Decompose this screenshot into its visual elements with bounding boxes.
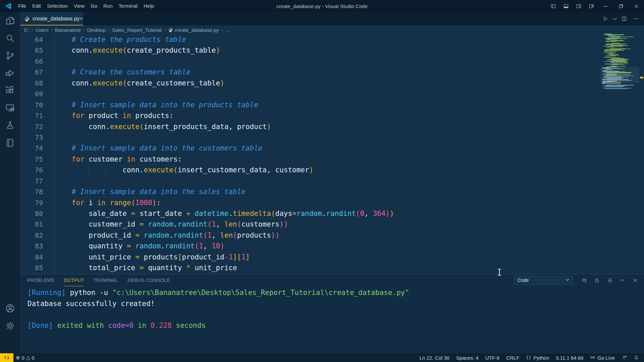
status-notifications[interactable] — [631, 353, 641, 362]
breadcrumb-item-desktop[interactable]: Desktop — [87, 27, 106, 33]
code-line-75[interactable]: 75 for customer in customers: — [20, 154, 644, 165]
output-token: [Done] — [28, 321, 57, 329]
menu-go[interactable]: Go — [88, 0, 100, 12]
code-line-72[interactable]: 72 conn.execute(insert_products_data, pr… — [20, 121, 644, 132]
split-editor-button[interactable] — [619, 14, 629, 24]
breadcrumb-item-users[interactable]: Users — [35, 27, 49, 33]
breadcrumb-item-createdatabasepy[interactable]: create_database.py — [167, 27, 220, 33]
status-feedback[interactable] — [619, 353, 629, 362]
code-line-67[interactable]: 67 # Create the customers table — [20, 67, 644, 77]
run-python-file-button[interactable] — [600, 14, 610, 24]
line-number: 67 — [20, 67, 43, 77]
panel-tab-terminal[interactable]: TERMINAL — [93, 275, 118, 286]
code-line-69[interactable]: 69 — [20, 88, 644, 99]
settings-icon[interactable] — [0, 317, 20, 335]
restore-button[interactable] — [613, 0, 629, 12]
status-go-live[interactable]: Go Live — [588, 353, 617, 362]
clear-output-button[interactable] — [580, 276, 588, 285]
code-line-64[interactable]: 64 # Create the products table — [20, 34, 644, 45]
search-icon[interactable] — [0, 29, 20, 47]
output-channel-select[interactable]: Code — [514, 276, 573, 285]
toggle-panel-button[interactable] — [559, 0, 572, 12]
minimap[interactable] — [600, 34, 639, 90]
source-control-icon[interactable] — [0, 47, 20, 64]
remote-explorer-icon[interactable] — [0, 99, 20, 117]
code-line-65[interactable]: 65 conn.execute(create_products_table) — [20, 45, 644, 56]
code-line-85[interactable]: 85 total_price = quantity * unit_price — [20, 262, 644, 273]
code-line-84[interactable]: 84 unit_price = products[product_id-1][1… — [20, 252, 644, 262]
menu-terminal[interactable]: Terminal — [116, 0, 141, 12]
line-number: 77 — [20, 176, 43, 186]
open-output-in-editor-button[interactable] — [605, 276, 614, 285]
lock-scrolling-button[interactable] — [592, 276, 601, 285]
breadcrumb-item-bananatree[interactable]: Bananatree — [54, 27, 82, 33]
menu-edit[interactable]: Edit — [29, 0, 44, 12]
menu-view[interactable]: View — [71, 0, 88, 12]
status-cursor-position[interactable]: Ln 22, Col 30 — [417, 353, 452, 362]
breadcrumb-item-[interactable]: ... — [224, 27, 230, 33]
minimap-slider[interactable] — [600, 67, 639, 83]
menu-selection[interactable]: Selection — [44, 0, 71, 12]
output-token: [Running] — [28, 289, 70, 297]
token: random — [148, 220, 173, 228]
output-token: python -u — [70, 289, 112, 297]
customize-layout-button[interactable] — [585, 0, 598, 12]
token: 0 — [360, 209, 364, 218]
indent-guide — [55, 219, 55, 230]
panel-tab-debug-console[interactable]: DEBUG CONSOLE — [127, 275, 170, 286]
code-line-82[interactable]: 82 product_id = random.randint(1, len(pr… — [20, 230, 644, 241]
tab-create-database[interactable]: create_database.py × — [20, 12, 83, 25]
code-line-70[interactable]: 70 # Insert sample data into the product… — [20, 100, 644, 110]
menu-run[interactable]: Run — [100, 0, 116, 12]
maximize-panel-button[interactable] — [618, 276, 627, 285]
run-dropdown-button[interactable] — [612, 14, 618, 24]
code-line-77[interactable]: 77 — [20, 176, 644, 186]
status-python-interpreter[interactable]: 3.11.1 64-bit — [553, 353, 586, 362]
breadcrumb-item-salesreporttutorial[interactable]: Sales_Report_Tutorial — [111, 27, 162, 33]
code-line-80[interactable]: 80 sale_date = start_date + datetime.tim… — [20, 208, 644, 219]
token: products: — [131, 112, 173, 120]
status-encoding[interactable]: UTF-8 — [483, 353, 502, 362]
code-line-83[interactable]: 83 quantity = random.randint(1, 10) — [20, 241, 644, 251]
remote-indicator[interactable] — [0, 353, 13, 362]
account-icon[interactable] — [0, 300, 20, 317]
code-line-74[interactable]: 74 # Insert sample data into the custome… — [20, 143, 644, 154]
panel-tab-output[interactable]: OUTPUT — [64, 275, 84, 286]
status-eol[interactable]: CRLF — [504, 353, 522, 362]
run-and-debug-icon[interactable] — [0, 64, 20, 82]
output-line: Database successfully created! — [28, 298, 644, 309]
more-actions-button[interactable] — [631, 14, 641, 24]
problems-summary[interactable]: ⊗ 0 △ 0 — [13, 353, 37, 362]
notebook-icon[interactable] — [0, 134, 20, 152]
close-panel-button[interactable] — [631, 276, 639, 285]
menu-file[interactable]: File — [15, 0, 29, 12]
status-language-mode[interactable]: Python — [524, 353, 551, 362]
indent-guide — [55, 208, 55, 219]
explorer-icon[interactable] — [0, 12, 20, 29]
toggle-primary-sidebar-button[interactable] — [547, 0, 559, 12]
status-indentation[interactable]: Spaces: 4 — [454, 353, 481, 362]
token: = — [292, 209, 297, 218]
code-line-81[interactable]: 81 customer_id = random.randint(1, len(c… — [20, 219, 644, 230]
toggle-secondary-sidebar-button[interactable] — [572, 0, 585, 12]
output-console[interactable]: [Running] python -u "c:\Users\Bananatree… — [20, 286, 644, 331]
breadcrumb-item-c[interactable]: C: — [23, 27, 30, 33]
tab-close-icon[interactable]: × — [80, 15, 83, 22]
code-line-76[interactable]: 76 conn.execute(insert_customers_data, c… — [20, 165, 644, 175]
python-file-icon — [168, 27, 173, 33]
code-line-79[interactable]: 79 for i in range(1000): — [20, 197, 644, 208]
menu-help[interactable]: Help — [141, 0, 157, 12]
token: in — [122, 112, 131, 120]
panel-tab-problems[interactable]: PROBLEMS — [27, 275, 54, 286]
code-editor[interactable]: 64 # Create the products table65 conn.ex… — [20, 34, 644, 274]
code-line-66[interactable]: 66 — [20, 56, 644, 67]
code-line-68[interactable]: 68 conn.execute(create_customers_table) — [20, 78, 644, 88]
code-line-73[interactable]: 73 — [20, 132, 644, 143]
testing-icon[interactable] — [0, 117, 20, 134]
output-line: [Running] python -u "c:\Users\Bananatree… — [28, 287, 644, 298]
code-line-78[interactable]: 78 # Insert sample data into the sales t… — [20, 186, 644, 197]
extensions-icon[interactable] — [0, 82, 20, 99]
code-line-71[interactable]: 71 for product in products: — [20, 110, 644, 121]
close-window-button[interactable] — [629, 0, 644, 12]
minimize-button[interactable] — [598, 0, 613, 12]
